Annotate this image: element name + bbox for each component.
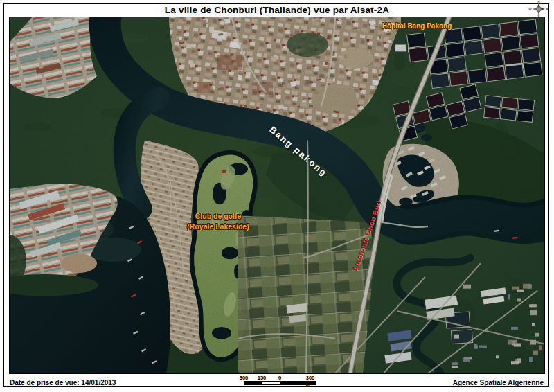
satellite-image-frame: Hôpital Bang Pakong Bang pakong Club de … xyxy=(9,17,545,374)
page-title: La ville de Chonburi (Thailande) vue par… xyxy=(0,5,554,15)
scale-segment-white xyxy=(262,382,280,384)
compass-n-label: N xyxy=(537,1,539,3)
scale-segment-black-2 xyxy=(280,382,315,384)
agency-label: Agence Spatiale Algérienne xyxy=(453,379,544,386)
label-golf-club-line1: Club de golfe xyxy=(168,211,269,222)
compass-rose-icon: N E S W xyxy=(527,1,551,17)
satellite-image xyxy=(10,17,544,373)
label-golf-club-line2: (Royale Lakeside) xyxy=(168,222,269,232)
capture-date-label: Date de prise de vue: 14/01/2013 xyxy=(10,379,116,386)
scale-tick-150: 150 xyxy=(258,375,267,381)
scale-tick-300-left: 300 xyxy=(240,375,249,381)
label-hospital-bang-pakong: Hôpital Bang Pakong xyxy=(375,22,458,30)
satellite-map-page: La ville de Chonburi (Thailande) vue par… xyxy=(0,0,554,392)
scale-bar-segments xyxy=(244,381,316,385)
label-golf-club: Club de golfe (Royale Lakeside) xyxy=(168,211,269,232)
scale-segment-black-1 xyxy=(244,382,262,384)
scale-bar: 300 150 0 300 M xyxy=(242,375,319,386)
compass-e-label: E xyxy=(546,8,548,11)
scale-bar-ticks: 300 150 0 300 M xyxy=(242,375,319,380)
scale-tick-0: 0 xyxy=(278,375,281,381)
compass-w-label: W xyxy=(529,8,532,11)
